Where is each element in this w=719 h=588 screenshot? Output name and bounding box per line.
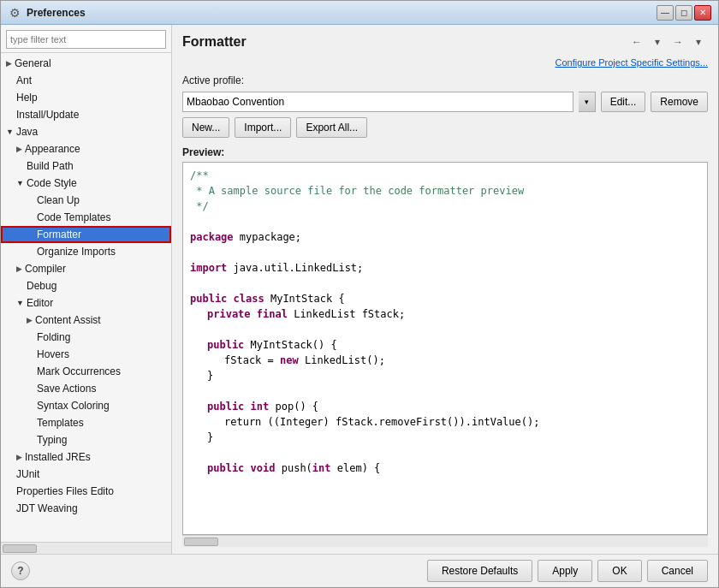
tree-label-markoccurrences: Mark Occurrences xyxy=(37,365,121,377)
tree-item-codetemplates[interactable]: Code Templates xyxy=(1,209,171,226)
tree-item-general[interactable]: ▶General xyxy=(1,55,171,72)
tree-label-syntaxcoloring: Syntax Coloring xyxy=(37,400,110,412)
tree-item-contentassist[interactable]: ▶Content Assist xyxy=(1,312,171,329)
tree-label-help: Help xyxy=(16,92,38,104)
tree-label-organizeimports: Organize Imports xyxy=(37,246,116,258)
bottom-bar: ? Restore Defaults Apply OK Cancel xyxy=(1,554,718,587)
tree-label-jdtweaving: JDT Weaving xyxy=(16,502,78,514)
tree-label-typing: Typing xyxy=(37,434,67,446)
back-dropdown-button[interactable]: ▾ xyxy=(648,33,667,50)
tree-label-java: Java xyxy=(16,126,38,138)
cancel-button[interactable]: Cancel xyxy=(647,560,708,582)
tree-label-templates: Templates xyxy=(37,417,84,429)
main-content: ▶GeneralAntHelpInstall/Update▼Java▶Appea… xyxy=(1,25,718,554)
tree-label-hovers: Hovers xyxy=(37,348,69,360)
tree-item-compiler[interactable]: ▶Compiler xyxy=(1,260,171,277)
tree-item-propertiesfilesedit[interactable]: Properties Files Edito xyxy=(1,483,171,500)
profile-select-wrap: ▾ xyxy=(182,92,596,112)
code-horizontal-scrollbar[interactable] xyxy=(182,535,708,547)
dialog-title: Preferences xyxy=(27,7,657,19)
new-button[interactable]: New... xyxy=(182,117,229,138)
tree-label-debug: Debug xyxy=(27,280,56,292)
tree-item-help[interactable]: Help xyxy=(1,89,171,106)
back-button[interactable]: ← xyxy=(627,33,646,50)
tree-label-formatter: Formatter xyxy=(37,229,81,241)
tree-label-editor: Editor xyxy=(27,297,53,309)
configure-link[interactable]: Configure Project Specific Settings... xyxy=(182,57,708,68)
right-panel: Formatter ← ▾ → ▾ Configure Project Spec… xyxy=(172,25,718,554)
panel-title: Formatter xyxy=(182,34,247,50)
tree-label-cleanup: Clean Up xyxy=(37,194,80,206)
import-button[interactable]: Import... xyxy=(235,117,291,138)
tree-label-folding: Folding xyxy=(37,331,70,343)
profile-row: Active profile: xyxy=(182,74,708,86)
tree-item-editor[interactable]: ▼Editor xyxy=(1,294,171,312)
tree-item-typing[interactable]: Typing xyxy=(1,431,171,448)
tree-label-codestyle: Code Style xyxy=(27,177,77,189)
forward-button[interactable]: → xyxy=(668,33,687,50)
remove-button[interactable]: Remove xyxy=(651,92,708,112)
tree-item-templates[interactable]: Templates xyxy=(1,414,171,431)
tree-item-appearance[interactable]: ▶Appearance xyxy=(1,140,171,157)
nav-buttons: ← ▾ → ▾ xyxy=(627,33,708,50)
code-preview: /** * A sample source file for the code … xyxy=(182,162,708,535)
tree-label-buildpath: Build Path xyxy=(27,160,74,172)
tree-item-junit[interactable]: JUnit xyxy=(1,466,171,483)
tree-item-cleanup[interactable]: Clean Up xyxy=(1,192,171,209)
profile-select-row: ▾ Edit... Remove xyxy=(182,92,708,112)
horizontal-scrollbar[interactable] xyxy=(1,542,171,554)
tree-label-codetemplates: Code Templates xyxy=(37,211,111,223)
filter-wrap xyxy=(1,25,171,53)
filter-input[interactable] xyxy=(6,30,166,49)
minimize-button[interactable]: — xyxy=(657,5,674,21)
tree-item-ant[interactable]: Ant xyxy=(1,72,171,89)
tree-item-buildpath[interactable]: Build Path xyxy=(1,157,171,175)
tree-label-compiler: Compiler xyxy=(25,263,66,275)
help-button[interactable]: ? xyxy=(11,561,30,580)
tree-item-folding[interactable]: Folding xyxy=(1,329,171,346)
tree-item-jdtweaving[interactable]: JDT Weaving xyxy=(1,500,171,517)
scrollbar-thumb[interactable] xyxy=(3,544,37,553)
tree-item-debug[interactable]: Debug xyxy=(1,277,171,294)
tree-item-install[interactable]: Install/Update xyxy=(1,106,171,123)
tree-item-organizeimports[interactable]: Organize Imports xyxy=(1,243,171,260)
tree-item-formatter[interactable]: Formatter xyxy=(1,226,171,243)
code-scrollbar-thumb[interactable] xyxy=(184,538,218,546)
title-bar-buttons: — ◻ ✕ xyxy=(657,5,711,21)
forward-dropdown-button[interactable]: ▾ xyxy=(689,33,708,50)
tree-item-syntaxcoloring[interactable]: Syntax Coloring xyxy=(1,397,171,414)
tree-item-installedjres[interactable]: ▶Installed JREs xyxy=(1,448,171,466)
tree-label-general: General xyxy=(15,57,51,69)
preferences-dialog: ⚙ Preferences — ◻ ✕ ▶GeneralAntHelpInsta… xyxy=(0,0,719,588)
left-panel: ▶GeneralAntHelpInstall/Update▼Java▶Appea… xyxy=(1,25,172,554)
panel-header: Formatter ← ▾ → ▾ xyxy=(182,33,708,50)
apply-button[interactable]: Apply xyxy=(538,560,592,582)
tree-label-ant: Ant xyxy=(16,74,32,86)
tree-label-contentassist: Content Assist xyxy=(35,314,101,326)
profile-select[interactable] xyxy=(182,92,573,112)
title-bar: ⚙ Preferences — ◻ ✕ xyxy=(1,1,718,25)
tree-label-installedjres: Installed JREs xyxy=(25,451,91,463)
edit-button[interactable]: Edit... xyxy=(601,92,646,112)
dialog-icon: ⚙ xyxy=(8,6,21,20)
export-all-button[interactable]: Export All... xyxy=(296,117,367,138)
close-button[interactable]: ✕ xyxy=(694,5,711,21)
tree-label-propertiesfilesedit: Properties Files Edito xyxy=(16,485,114,497)
tree-item-codestyle[interactable]: ▼Code Style xyxy=(1,175,171,192)
tree-label-install: Install/Update xyxy=(16,109,79,121)
tree-label-saveactions: Save Actions xyxy=(37,383,96,395)
select-arrow-icon[interactable]: ▾ xyxy=(579,92,596,112)
tree-item-markoccurrences[interactable]: Mark Occurrences xyxy=(1,363,171,380)
tree-label-appearance: Appearance xyxy=(25,143,80,155)
maximize-button[interactable]: ◻ xyxy=(675,5,692,21)
active-profile-label: Active profile: xyxy=(182,74,244,86)
ok-button[interactable]: OK xyxy=(597,560,641,582)
tree-item-saveactions[interactable]: Save Actions xyxy=(1,380,171,397)
tree-label-junit: JUnit xyxy=(16,468,39,480)
restore-defaults-button[interactable]: Restore Defaults xyxy=(427,560,532,582)
tree-item-java[interactable]: ▼Java xyxy=(1,123,171,140)
tree-item-hovers[interactable]: Hovers xyxy=(1,346,171,363)
buttons-row: New... Import... Export All... xyxy=(182,117,708,138)
preview-label: Preview: xyxy=(182,146,708,158)
tree-area: ▶GeneralAntHelpInstall/Update▼Java▶Appea… xyxy=(1,53,171,542)
